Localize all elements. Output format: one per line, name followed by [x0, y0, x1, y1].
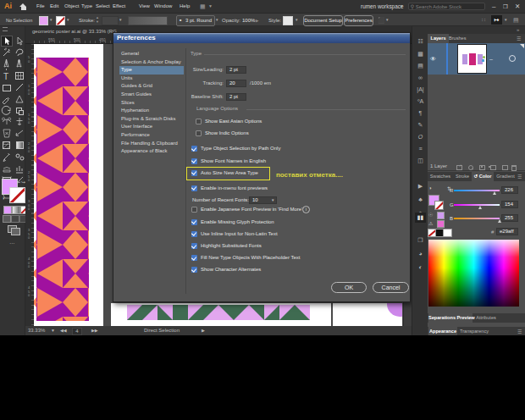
svg-text:T: T	[3, 72, 8, 81]
